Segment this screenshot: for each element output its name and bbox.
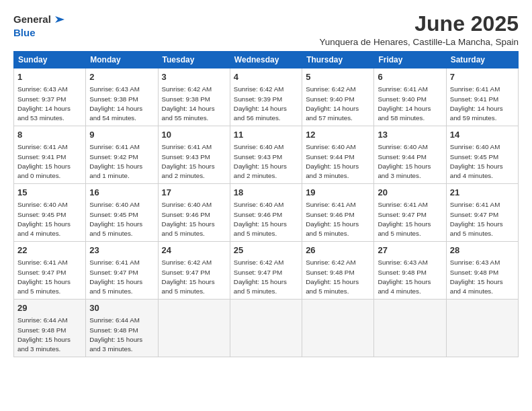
- table-row: 12Sunrise: 6:40 AMSunset: 9:44 PMDayligh…: [302, 126, 374, 184]
- col-sunday: Sunday: [14, 52, 86, 68]
- day-info: Sunrise: 6:42 AMSunset: 9:47 PMDaylight:…: [162, 258, 226, 296]
- day-number: 11: [234, 129, 298, 141]
- page: General Blue June 2025 Yunquera de Henar…: [0, 0, 532, 365]
- table-row: 11Sunrise: 6:40 AMSunset: 9:43 PMDayligh…: [230, 126, 302, 184]
- table-row: 18Sunrise: 6:40 AMSunset: 9:46 PMDayligh…: [230, 184, 302, 242]
- month-title: June 2025: [320, 12, 519, 36]
- day-info: Sunrise: 6:42 AMSunset: 9:39 PMDaylight:…: [234, 85, 298, 123]
- day-number: 30: [89, 302, 154, 314]
- day-info: Sunrise: 6:40 AMSunset: 9:43 PMDaylight:…: [234, 142, 298, 181]
- table-row: [302, 300, 374, 357]
- day-info: Sunrise: 6:42 AMSunset: 9:47 PMDaylight:…: [234, 258, 298, 296]
- day-number: 14: [450, 129, 515, 141]
- day-number: 25: [234, 244, 298, 257]
- logo-arrow-icon: [52, 12, 67, 27]
- day-number: 1: [17, 71, 82, 83]
- table-row: 24Sunrise: 6:42 AMSunset: 9:47 PMDayligh…: [158, 242, 230, 300]
- day-number: 20: [378, 187, 442, 199]
- day-info: Sunrise: 6:41 AMSunset: 9:42 PMDaylight:…: [89, 142, 154, 181]
- day-info: Sunrise: 6:41 AMSunset: 9:40 PMDaylight:…: [378, 85, 442, 123]
- day-info: Sunrise: 6:40 AMSunset: 9:44 PMDaylight:…: [306, 142, 370, 181]
- day-info: Sunrise: 6:41 AMSunset: 9:46 PMDaylight:…: [306, 200, 370, 238]
- day-info: Sunrise: 6:40 AMSunset: 9:45 PMDaylight:…: [89, 200, 154, 238]
- table-row: 15Sunrise: 6:40 AMSunset: 9:45 PMDayligh…: [14, 184, 86, 242]
- day-info: Sunrise: 6:40 AMSunset: 9:45 PMDaylight:…: [17, 200, 82, 238]
- day-number: 23: [89, 244, 154, 257]
- table-row: 9Sunrise: 6:41 AMSunset: 9:42 PMDaylight…: [86, 126, 158, 184]
- table-row: 26Sunrise: 6:42 AMSunset: 9:48 PMDayligh…: [302, 242, 374, 300]
- table-row: [374, 300, 446, 357]
- calendar-header-row: Sunday Monday Tuesday Wednesday Thursday…: [14, 52, 519, 68]
- day-number: 13: [378, 129, 442, 141]
- table-row: 3Sunrise: 6:42 AMSunset: 9:38 PMDaylight…: [158, 68, 230, 126]
- day-info: Sunrise: 6:41 AMSunset: 9:41 PMDaylight:…: [17, 142, 82, 181]
- day-number: 15: [17, 187, 82, 199]
- title-block: June 2025 Yunquera de Henares, Castille-…: [320, 12, 519, 47]
- day-info: Sunrise: 6:41 AMSunset: 9:43 PMDaylight:…: [162, 142, 226, 181]
- day-info: Sunrise: 6:41 AMSunset: 9:47 PMDaylight:…: [89, 258, 154, 296]
- logo-general: General: [13, 14, 51, 26]
- table-row: 5Sunrise: 6:42 AMSunset: 9:40 PMDaylight…: [302, 68, 374, 126]
- table-row: 19Sunrise: 6:41 AMSunset: 9:46 PMDayligh…: [302, 184, 374, 242]
- day-info: Sunrise: 6:41 AMSunset: 9:47 PMDaylight:…: [17, 258, 82, 296]
- table-row: [230, 300, 302, 357]
- table-row: 2Sunrise: 6:43 AMSunset: 9:38 PMDaylight…: [86, 68, 158, 126]
- day-number: 12: [306, 129, 370, 141]
- table-row: 20Sunrise: 6:41 AMSunset: 9:47 PMDayligh…: [374, 184, 446, 242]
- day-number: 29: [17, 302, 82, 314]
- col-tuesday: Tuesday: [158, 52, 230, 68]
- table-row: 30Sunrise: 6:44 AMSunset: 9:48 PMDayligh…: [86, 300, 158, 357]
- calendar-table: Sunday Monday Tuesday Wednesday Thursday…: [13, 51, 519, 357]
- day-info: Sunrise: 6:43 AMSunset: 9:48 PMDaylight:…: [450, 258, 515, 296]
- col-friday: Friday: [374, 52, 446, 68]
- day-info: Sunrise: 6:43 AMSunset: 9:48 PMDaylight:…: [378, 258, 442, 296]
- day-info: Sunrise: 6:42 AMSunset: 9:38 PMDaylight:…: [162, 85, 226, 123]
- day-number: 19: [306, 187, 370, 199]
- col-wednesday: Wednesday: [230, 52, 302, 68]
- day-info: Sunrise: 6:40 AMSunset: 9:46 PMDaylight:…: [234, 200, 298, 238]
- day-number: 6: [378, 71, 442, 83]
- logo-blue: Blue: [13, 27, 36, 38]
- table-row: 7Sunrise: 6:41 AMSunset: 9:41 PMDaylight…: [446, 68, 518, 126]
- calendar-row: 15Sunrise: 6:40 AMSunset: 9:45 PMDayligh…: [14, 184, 519, 242]
- calendar-row: 29Sunrise: 6:44 AMSunset: 9:48 PMDayligh…: [14, 300, 519, 357]
- table-row: 13Sunrise: 6:40 AMSunset: 9:44 PMDayligh…: [374, 126, 446, 184]
- table-row: 17Sunrise: 6:40 AMSunset: 9:46 PMDayligh…: [158, 184, 230, 242]
- table-row: 8Sunrise: 6:41 AMSunset: 9:41 PMDaylight…: [14, 126, 86, 184]
- table-row: 25Sunrise: 6:42 AMSunset: 9:47 PMDayligh…: [230, 242, 302, 300]
- day-number: 28: [450, 244, 515, 257]
- day-info: Sunrise: 6:41 AMSunset: 9:47 PMDaylight:…: [378, 200, 442, 238]
- location-title: Yunquera de Henares, Castille-La Mancha,…: [320, 37, 519, 47]
- day-info: Sunrise: 6:43 AMSunset: 9:37 PMDaylight:…: [17, 85, 82, 123]
- day-info: Sunrise: 6:40 AMSunset: 9:45 PMDaylight:…: [450, 142, 515, 181]
- table-row: 22Sunrise: 6:41 AMSunset: 9:47 PMDayligh…: [14, 242, 86, 300]
- logo: General Blue: [13, 12, 67, 39]
- day-info: Sunrise: 6:40 AMSunset: 9:44 PMDaylight:…: [378, 142, 442, 181]
- day-number: 2: [89, 71, 154, 83]
- table-row: 14Sunrise: 6:40 AMSunset: 9:45 PMDayligh…: [446, 126, 518, 184]
- day-info: Sunrise: 6:44 AMSunset: 9:48 PMDaylight:…: [89, 316, 154, 354]
- header: General Blue June 2025 Yunquera de Henar…: [13, 12, 519, 47]
- day-number: 8: [17, 129, 82, 141]
- day-number: 21: [450, 187, 515, 199]
- table-row: 27Sunrise: 6:43 AMSunset: 9:48 PMDayligh…: [374, 242, 446, 300]
- day-info: Sunrise: 6:41 AMSunset: 9:47 PMDaylight:…: [450, 200, 515, 238]
- calendar-row: 1Sunrise: 6:43 AMSunset: 9:37 PMDaylight…: [14, 68, 519, 126]
- day-number: 3: [162, 71, 226, 83]
- day-number: 27: [378, 244, 442, 257]
- col-saturday: Saturday: [446, 52, 518, 68]
- table-row: 4Sunrise: 6:42 AMSunset: 9:39 PMDaylight…: [230, 68, 302, 126]
- day-number: 4: [234, 71, 298, 83]
- day-info: Sunrise: 6:42 AMSunset: 9:48 PMDaylight:…: [306, 258, 370, 296]
- day-number: 5: [306, 71, 370, 83]
- calendar-row: 8Sunrise: 6:41 AMSunset: 9:41 PMDaylight…: [14, 126, 519, 184]
- calendar-row: 22Sunrise: 6:41 AMSunset: 9:47 PMDayligh…: [14, 242, 519, 300]
- col-monday: Monday: [86, 52, 158, 68]
- day-number: 10: [162, 129, 226, 141]
- table-row: 6Sunrise: 6:41 AMSunset: 9:40 PMDaylight…: [374, 68, 446, 126]
- table-row: 29Sunrise: 6:44 AMSunset: 9:48 PMDayligh…: [14, 300, 86, 357]
- day-number: 17: [162, 187, 226, 199]
- col-thursday: Thursday: [302, 52, 374, 68]
- table-row: 16Sunrise: 6:40 AMSunset: 9:45 PMDayligh…: [86, 184, 158, 242]
- table-row: 28Sunrise: 6:43 AMSunset: 9:48 PMDayligh…: [446, 242, 518, 300]
